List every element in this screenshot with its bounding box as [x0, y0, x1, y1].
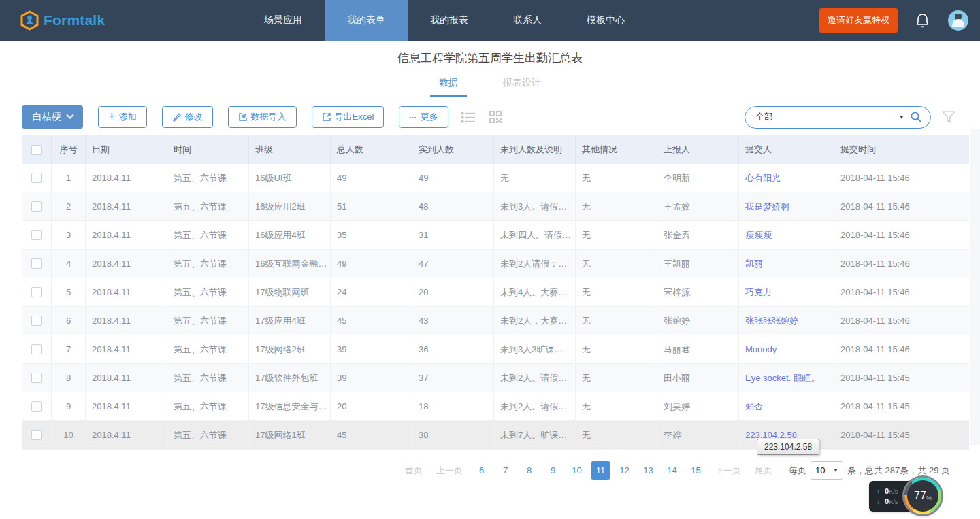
page-button-9[interactable]: 9 [544, 461, 562, 480]
tab-bar: 数据报表设计 [0, 73, 980, 97]
cell-index: 10 [52, 421, 86, 449]
submitter-link[interactable]: 巧克力 [745, 286, 772, 299]
export-excel-button[interactable]: 导出Excel [312, 106, 385, 128]
page-button-7[interactable]: 7 [496, 461, 514, 480]
page-button-14[interactable]: 14 [663, 461, 681, 480]
select-all-checkbox[interactable] [31, 145, 42, 155]
cell-index: 5 [52, 278, 86, 306]
row-checkbox[interactable] [31, 373, 42, 383]
cell-date: 2018.4.11 [86, 421, 167, 449]
nav-item-3[interactable]: 联系人 [491, 0, 564, 41]
row-checkbox[interactable] [31, 230, 42, 240]
list-view-icon[interactable] [461, 110, 476, 124]
import-icon [238, 112, 248, 122]
page-button-8[interactable]: 8 [520, 461, 538, 480]
filter-funnel-icon[interactable] [941, 109, 957, 125]
cell-index: 8 [52, 364, 86, 392]
notification-bell-icon[interactable] [915, 12, 930, 29]
last-page-button[interactable]: 尾页 [755, 465, 772, 477]
first-page-button[interactable]: 首页 [405, 465, 423, 477]
cell-total: 49 [331, 164, 412, 192]
page-button-12[interactable]: 12 [615, 461, 634, 480]
submitter-link[interactable]: 心有阳光 [745, 172, 781, 184]
table-row[interactable]: 3 2018.4.11 第五、六节课 16级应用4班 35 31 未到四人。请假… [22, 221, 969, 250]
cell-reporter: 刘昊婷 [657, 392, 739, 420]
page-button-6[interactable]: 6 [472, 461, 491, 480]
row-checkbox[interactable] [31, 401, 42, 412]
submitter-link[interactable]: 凯丽 [745, 258, 763, 270]
brand-name: Formtalk [44, 12, 105, 29]
cell-other: 无 [576, 421, 657, 449]
cell-submit-time: 2018-04-11 15:46 [834, 192, 969, 220]
nav-item-2[interactable]: 我的报表 [408, 0, 491, 41]
tab-1[interactable]: 报表设计 [494, 73, 550, 97]
row-checkbox[interactable] [31, 258, 42, 269]
cell-other: 无 [576, 307, 657, 335]
submitter-link[interactable]: 张张张张婉婷 [745, 315, 798, 327]
tab-0[interactable]: 数据 [430, 73, 467, 97]
submitter-link[interactable]: 我是梦娇啊 [745, 201, 789, 213]
per-page-select[interactable]: 10 ▼ [811, 461, 843, 480]
submitter-link[interactable]: 知否 [745, 401, 763, 413]
row-checkbox[interactable] [31, 344, 42, 354]
download-arrow-icon: ↓ [877, 499, 880, 505]
row-checkbox[interactable] [31, 287, 42, 297]
cell-reporter: 宋梓源 [657, 278, 739, 306]
invite-friends-button[interactable]: 邀请好友赢特权 [819, 8, 898, 33]
navbar-right: 邀请好友赢特权 [819, 0, 980, 41]
submitter-link[interactable]: Eye socket. 眼眶。 [745, 372, 820, 384]
user-avatar[interactable] [947, 10, 969, 31]
cell-submit-time: 2018-04-11 15:46 [834, 278, 969, 306]
formtalk-logo-icon [20, 10, 39, 31]
next-page-button[interactable]: 下一页 [715, 465, 741, 477]
table-header: 序号 日期 时间 班级 总人数 实到人数 未到人数及说明 其他情况 上报人 提交… [22, 135, 969, 164]
table-row[interactable]: 2 2018.4.11 第五、六节课 16级应用2班 51 48 未到3人。请假… [22, 192, 969, 221]
table-row[interactable]: 1 2018.4.11 第五、六节课 16级UI班 49 49 无 无 李明新 … [22, 164, 969, 192]
page-button-13[interactable]: 13 [639, 461, 657, 480]
page-button-15[interactable]: 15 [687, 461, 705, 480]
nav-item-4[interactable]: 模板中心 [564, 0, 647, 41]
qr-code-icon[interactable] [488, 110, 503, 124]
app-window: Formtalk 场景应用我的表单我的报表联系人模板中心 邀请好友赢特权 [0, 0, 980, 519]
scrollbar-track[interactable] [970, 129, 980, 445]
cell-reporter: 马丽君 [657, 335, 739, 363]
submitter-link[interactable]: Monody [745, 344, 777, 354]
view-selector-button[interactable]: 白桔梗 [22, 105, 83, 129]
cell-class: 16级应用2班 [249, 192, 331, 220]
row-checkbox[interactable] [31, 316, 42, 326]
nav-item-0[interactable]: 场景应用 [242, 0, 325, 41]
page-button-11[interactable]: 11 [591, 461, 610, 480]
col-header-present: 实到人数 [412, 135, 494, 164]
row-checkbox[interactable] [31, 201, 42, 212]
search-icon[interactable] [910, 111, 922, 123]
add-button[interactable]: + 添加 [98, 106, 147, 128]
col-header-other: 其他情况 [576, 135, 657, 164]
row-checkbox[interactable] [31, 173, 42, 183]
table-row[interactable]: 4 2018.4.11 第五、六节课 16级互联网金融… 49 47 未到2人请… [22, 250, 969, 278]
nav-item-1[interactable]: 我的表单 [325, 0, 408, 41]
edit-button[interactable]: 修改 [162, 106, 213, 128]
navbar: Formtalk 场景应用我的表单我的报表联系人模板中心 邀请好友赢特权 [0, 0, 980, 41]
brand-logo[interactable]: Formtalk [0, 0, 157, 41]
cell-present: 18 [412, 392, 494, 420]
battery-percent-widget[interactable]: 77 % [904, 478, 941, 514]
row-checkbox[interactable] [31, 430, 42, 440]
table-row[interactable]: 5 2018.4.11 第五、六节课 17级物联网班 24 20 未到4人。大赛… [22, 278, 969, 307]
cell-present: 38 [412, 421, 494, 449]
cell-time: 第五、六节课 [167, 392, 249, 420]
table-row[interactable]: 9 2018.4.11 第五、六节课 17级信息安全与… 20 18 未到2人。… [22, 392, 969, 421]
submitter-link[interactable]: 瘦瘦瘦 [745, 229, 772, 241]
data-import-button[interactable]: 数据导入 [228, 106, 297, 128]
search-input[interactable]: 全部 ▾ [745, 106, 931, 129]
table-row[interactable]: 7 2018.4.11 第五、六节课 17级网络2班 39 36 未到3人3旷课… [22, 335, 969, 364]
table-row[interactable]: 8 2018.4.11 第五、六节课 17级软件外包班 39 37 未到2人。请… [22, 364, 969, 392]
search-dropdown-caret-icon[interactable]: ▾ [900, 114, 903, 120]
cell-class: 17级应用4班 [249, 307, 331, 335]
page-button-10[interactable]: 10 [568, 461, 586, 480]
table-row[interactable]: 6 2018.4.11 第五、六节课 17级应用4班 45 43 未到2人，大赛… [22, 307, 969, 335]
cell-reporter: 田小丽 [657, 364, 739, 392]
more-button[interactable]: ••• 更多 [399, 106, 448, 128]
table-row[interactable]: 10 2018.4.11 第五、六节课 17级网络1班 45 38 未到7人。旷… [22, 421, 969, 450]
prev-page-button[interactable]: 上一页 [436, 465, 463, 477]
cell-other: 无 [576, 278, 657, 306]
